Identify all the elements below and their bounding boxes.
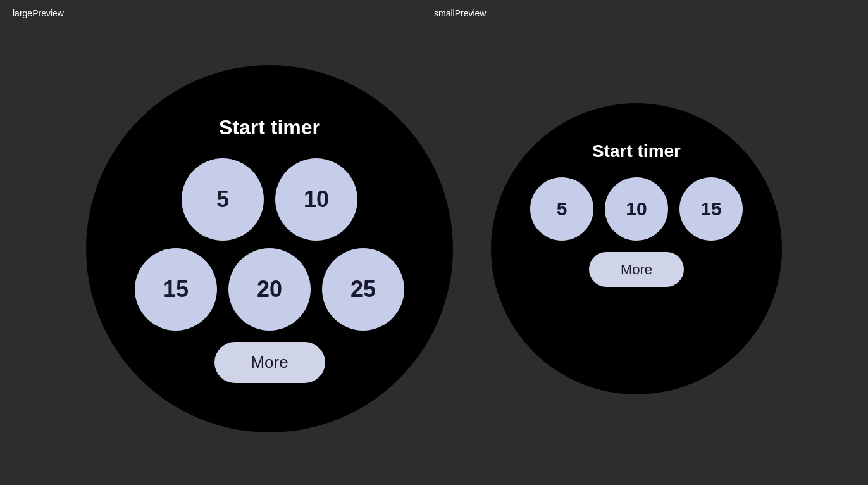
large-more-button[interactable]: More: [214, 342, 325, 383]
small-timer-buttons: 5 10 15 More: [530, 177, 743, 287]
small-more-button[interactable]: More: [589, 252, 684, 287]
large-watch-preview: Start timer 5 10 15 20 25: [86, 65, 453, 432]
small-timer-btn-5[interactable]: 5: [530, 177, 593, 241]
small-timer-btn-10[interactable]: 10: [605, 177, 668, 241]
large-preview-label: largePreview: [13, 8, 64, 18]
large-timer-btn-25[interactable]: 25: [322, 248, 404, 331]
large-timer-row-1: 5 10: [182, 158, 357, 241]
large-timer-btn-10[interactable]: 10: [275, 158, 357, 241]
small-watch-title: Start timer: [592, 141, 681, 161]
large-timer-btn-5[interactable]: 5: [182, 158, 264, 241]
small-timer-row-1: 5 10 15: [530, 177, 743, 241]
large-timer-btn-15[interactable]: 15: [135, 248, 217, 331]
large-timer-row-2: 15 20 25: [135, 248, 404, 331]
small-timer-btn-15[interactable]: 15: [679, 177, 743, 241]
large-timer-buttons: 5 10 15 20 25 More: [135, 158, 404, 383]
small-watch-preview: Start timer 5 10 15 More: [491, 103, 782, 394]
large-watch-title: Start timer: [219, 116, 320, 139]
large-timer-btn-20[interactable]: 20: [228, 248, 311, 331]
small-preview-label: smallPreview: [434, 8, 486, 18]
